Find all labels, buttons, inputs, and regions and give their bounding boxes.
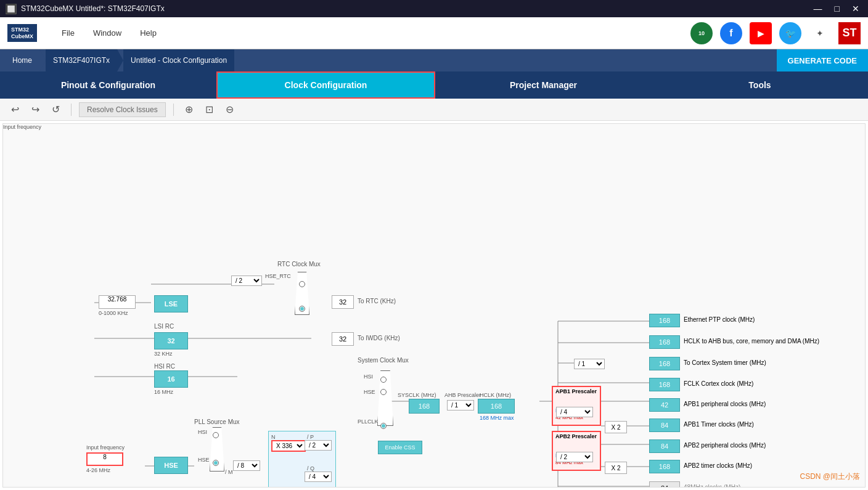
pll-p-label: / P <box>307 434 314 440</box>
hclk-ahb-label: HCLK to AHB bus, core, memory and DMA (M… <box>684 338 819 345</box>
breadcrumb-home[interactable]: Home <box>5 49 39 71</box>
network-icon: ✦ <box>809 22 831 44</box>
lsi-label: 32 KHz <box>154 351 173 357</box>
pllclk-label: PLLCLK <box>358 419 379 425</box>
hsi-rc-label: HSI RC <box>154 363 175 370</box>
ahb-prescaler-select[interactable]: / 1/ 2/ 4 <box>447 400 474 410</box>
youtube-icon: ▶ <box>750 22 772 44</box>
window-menu[interactable]: Window <box>93 28 121 38</box>
apb2-prescaler-select[interactable]: / 2/ 1/ 4 <box>556 452 593 462</box>
hclk-value[interactable]: 168 <box>478 399 515 414</box>
tab-pinout[interactable]: Pinout & Configuration <box>0 71 216 99</box>
apb1-x2: X 2 <box>605 421 627 433</box>
lsi-box: 32 <box>154 332 188 349</box>
breadcrumb-bar: Home STM32F407IGTx Untitled - Clock Conf… <box>0 49 868 71</box>
help-menu[interactable]: Help <box>140 28 157 38</box>
apb1-prescaler-select[interactable]: / 4/ 2/ 1/ 8 <box>556 407 593 417</box>
pll-q-select[interactable]: / 4/ 2/ 6/ 8 <box>305 472 332 482</box>
lsi-rc-label: LSI RC <box>154 323 174 330</box>
file-menu[interactable]: File <box>62 28 75 38</box>
cortex-prescaler-select[interactable]: / 1/ 8 <box>574 359 605 369</box>
lse-box: LSE <box>154 295 188 312</box>
lse-freq-input[interactable]: 32.768 <box>99 295 136 309</box>
rtc-output-label: To RTC (KHz) <box>358 298 396 304</box>
lse-range-label: 0-1000 KHz <box>99 310 128 316</box>
tab-clock[interactable]: Clock Configuration <box>216 71 435 99</box>
apb1-prescaler-box: APB1 Prescaler / 4/ 2/ 1/ 8 PCLK1 42 MHz… <box>552 386 601 426</box>
pll-hse-label: HSE <box>198 457 210 463</box>
maximize-button[interactable]: □ <box>831 2 843 15</box>
breadcrumb-device[interactable]: STM32F407IGTx <box>46 49 117 71</box>
breadcrumb-current[interactable]: Untitled - Clock Configuration <box>123 49 234 71</box>
apb1-timer-value[interactable]: 84 <box>649 419 680 432</box>
rtc-hse-div-select[interactable]: / 2/ 4/ 8 <box>231 276 262 286</box>
facebook-icon: f <box>720 22 742 44</box>
apb1-timer-label: APB1 Timer clocks (MHz) <box>684 421 754 428</box>
tab-tools[interactable]: Tools <box>652 71 868 99</box>
app-icon: 🔲 <box>5 3 17 15</box>
breadcrumb-arrow-1 <box>39 49 46 71</box>
redo-button[interactable]: ↪ <box>28 101 43 118</box>
rtc-mux-label: RTC Clock Mux <box>277 261 321 267</box>
sysclk-value[interactable]: 168 <box>409 399 440 414</box>
clk48-label: 48MHz clocks (MHz) <box>684 484 740 488</box>
rtc-output-value[interactable]: 32 <box>332 295 354 309</box>
hclk-mhz-label: HCLK (MHz) <box>480 392 511 398</box>
clk48-value[interactable]: 84 <box>649 481 680 488</box>
iwdg-output-value[interactable]: 32 <box>332 332 354 346</box>
close-button[interactable]: ✕ <box>848 2 863 15</box>
pll-n-select[interactable]: X 336X 192X 400 <box>271 440 306 452</box>
rtc-radio-1[interactable] <box>299 281 305 287</box>
tab-project[interactable]: Project Manager <box>435 71 652 99</box>
toolbar: ↩ ↪ ↺ Resolve Clock Issues ⊕ ⊡ ⊖ <box>0 99 868 121</box>
fclk-value[interactable]: 168 <box>649 378 680 391</box>
sysclk-mhz-label: SYSCLK (MHz) <box>398 392 436 398</box>
fit-button[interactable]: ⊡ <box>202 101 217 118</box>
sysclk-radio-hse[interactable] <box>380 389 387 395</box>
apb1-peri-value[interactable]: 42 <box>649 398 680 412</box>
hse-sysclk-label: HSE <box>364 389 375 395</box>
titlebar: 🔲 STM32CubeMX Untitled*: STM32F407IGTx —… <box>0 0 868 17</box>
iwdg-output-label: To IWDG (KHz) <box>358 335 400 341</box>
cortex-timer-value[interactable]: 168 <box>649 357 680 370</box>
hsi-box: 16 <box>154 370 188 388</box>
toolbar-separator <box>71 104 72 116</box>
version-icon: 10 <box>690 22 713 44</box>
hclk-ahb-value[interactable]: 168 <box>649 335 680 349</box>
pll-source-mux-label: PLL Source Mux <box>194 419 240 425</box>
enable-css-button[interactable]: Enable CSS <box>378 441 422 454</box>
undo-button[interactable]: ↩ <box>7 101 23 118</box>
cortex-timer-label: To Cortex System timer (MHz) <box>684 359 766 366</box>
hsi-sysclk-label: HSI <box>364 374 373 380</box>
st-logo: ST <box>838 22 861 44</box>
pll-m-select[interactable]: / 8/ 4/ 2 <box>233 460 260 471</box>
apb2-timer-value[interactable]: 168 <box>649 460 680 473</box>
eth-ptp-value[interactable]: 168 <box>649 314 680 327</box>
refresh-button[interactable]: ↺ <box>48 101 63 118</box>
pll-radio-hse[interactable] <box>213 460 219 466</box>
sysclk-radio-hsi[interactable] <box>380 377 387 383</box>
resolve-clock-button[interactable]: Resolve Clock Issues <box>79 102 166 117</box>
zoom-in-button[interactable]: ⊕ <box>181 101 197 118</box>
apb2-pre-label: APB2 Prescaler <box>553 432 600 441</box>
hse-freq-input[interactable]: 8 <box>86 452 123 466</box>
apb2-prescaler-box: APB2 Prescaler / 2/ 1/ 4 PCLK2 84 MHz ma… <box>552 431 601 471</box>
menu-items: File Window Help <box>62 28 157 38</box>
titlebar-controls[interactable]: — □ ✕ <box>810 2 863 15</box>
pll-p-select[interactable]: / 2/ 4/ 6/ 8 <box>305 440 332 451</box>
twitter-icon: 🐦 <box>779 22 801 44</box>
apb1-pre-label: APB1 Prescaler <box>553 387 600 396</box>
pll-m-label: / M <box>225 469 233 475</box>
pll-radio-hsi[interactable] <box>213 432 219 438</box>
rtc-radio-2[interactable] <box>299 306 305 312</box>
menu-icons: 10 f ▶ 🐦 ✦ ST <box>690 22 861 44</box>
apb2-peri-value[interactable]: 84 <box>649 439 680 453</box>
sysclk-radio-pll[interactable] <box>380 423 387 429</box>
hsi-label: 16 MHz <box>154 389 173 395</box>
pll-hsi-label: HSI <box>198 429 207 435</box>
zoom-out-button[interactable]: ⊖ <box>222 101 237 118</box>
hse-rtc-label: HSE_RTC <box>265 273 291 279</box>
generate-code-button[interactable]: GENERATE CODE <box>777 49 868 71</box>
titlebar-left: 🔲 STM32CubeMX Untitled*: STM32F407IGTx <box>5 3 165 15</box>
minimize-button[interactable]: — <box>810 2 826 15</box>
